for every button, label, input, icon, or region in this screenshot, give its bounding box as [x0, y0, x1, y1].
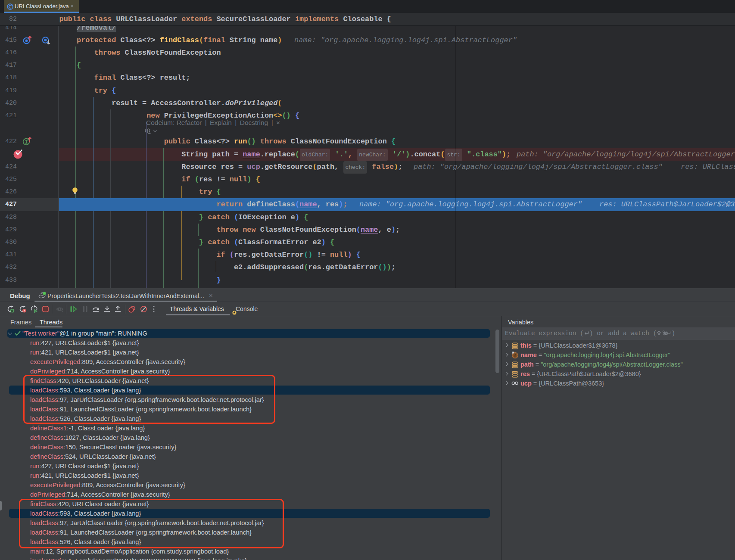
svg-text:f: f	[514, 353, 516, 358]
